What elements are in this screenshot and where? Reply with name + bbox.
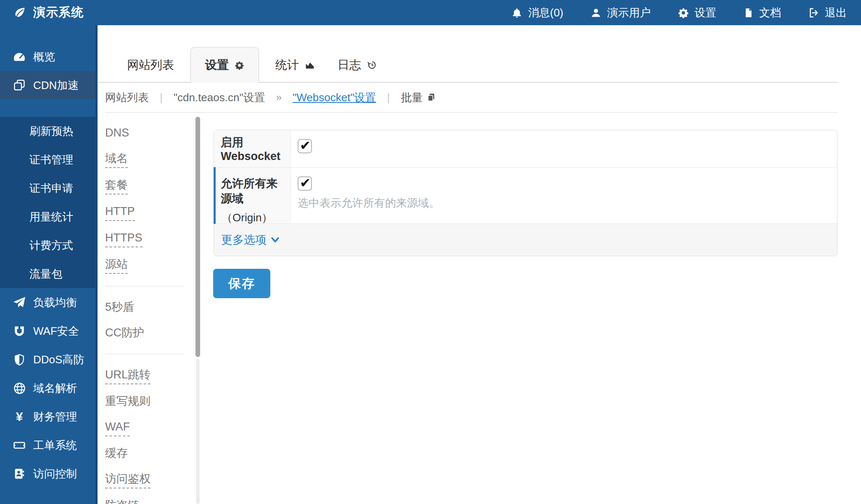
topbar-settings[interactable]: 设置 xyxy=(678,5,716,20)
form-label: 启用Websocket xyxy=(214,130,291,167)
sidebar-item-cdn[interactable]: CDN加速 xyxy=(0,71,98,100)
settings-menu-item-http[interactable]: HTTP xyxy=(105,205,135,221)
sidebar-item-label: 访问控制 xyxy=(33,467,77,481)
tab-label: 网站列表 xyxy=(127,57,174,73)
sidebar-item-label: 证书管理 xyxy=(29,152,73,167)
sidebar-item-label: 流量包 xyxy=(29,267,62,281)
sidebar-item-usage-stats[interactable]: 用量统计 xyxy=(0,202,98,231)
tab-settings[interactable]: 设置 xyxy=(190,47,259,83)
form-value xyxy=(291,130,837,167)
idcard-icon xyxy=(12,467,27,480)
sidebar-item-refresh-preheat[interactable]: 刷新预热 xyxy=(0,117,98,145)
save-button[interactable]: 保存 xyxy=(213,269,270,298)
breadcrumb: 网站列表 | "cdn.teaos.cn"设置 » "Websocket"设置 … xyxy=(105,83,837,113)
user-icon xyxy=(590,7,602,18)
settings-body: DNS 域名 套餐 HTTP HTTPS 源站 5秒盾 CC防护 URL跳转 重… xyxy=(98,113,861,504)
leaf-icon xyxy=(13,5,27,20)
brand-logo[interactable]: 演示系统 xyxy=(13,4,84,21)
sidebar-item-billing-mode[interactable]: 计费方式 xyxy=(0,231,98,260)
sidebar-item-label: 工单系统 xyxy=(33,438,77,453)
sidebar-item-label: 计费方式 xyxy=(29,238,73,253)
chevron-down-icon xyxy=(271,236,280,244)
sidebar-item-overview[interactable]: 概览 xyxy=(0,42,98,71)
settings-menu-item-origin[interactable]: 源站 xyxy=(105,257,128,274)
sidebar-item-tickets[interactable]: 工单系统 xyxy=(0,431,98,459)
sidebar-item-label: DDoS高防 xyxy=(33,352,84,367)
topbar-messages[interactable]: 消息(0) xyxy=(511,5,563,20)
form-hint-text: 选中表示允许所有的来源域。 xyxy=(298,196,829,210)
gauge-icon xyxy=(12,50,27,63)
form-label-text: 允许所有来源域 xyxy=(221,176,286,206)
topbar-user-label: 演示用户 xyxy=(607,5,651,20)
sidebar-item-label: 概览 xyxy=(33,50,55,64)
more-options-label: 更多选项 xyxy=(221,232,267,247)
clone-icon xyxy=(12,79,27,92)
topbar-menu: 消息(0) 演示用户 设置 文档 退出 xyxy=(511,5,847,20)
sidebar-item-waf[interactable]: WAF安全 xyxy=(0,317,98,345)
settings-menu-item-domain[interactable]: 域名 xyxy=(105,152,128,168)
form-row-allow-all-origins: 允许所有来源域 （Origin） 选中表示允许所有的来源域。 xyxy=(214,168,837,224)
settings-menu-item-https[interactable]: HTTPS xyxy=(105,231,143,247)
enable-websocket-checkbox[interactable] xyxy=(298,139,312,153)
topbar-logout-label: 退出 xyxy=(825,5,847,20)
settings-menu-group-advanced: URL跳转 重写规则 WAF 缓存 访问鉴权 防盗链 xyxy=(105,368,184,504)
shield-icon xyxy=(12,353,27,366)
scrollbar-thumb[interactable] xyxy=(195,117,200,357)
settings-menu-scrollbar[interactable] xyxy=(195,117,200,504)
tab-label: 统计 xyxy=(275,57,299,73)
sidebar-item-finance[interactable]: ¥ 财务管理 xyxy=(0,402,98,431)
topbar-user[interactable]: 演示用户 xyxy=(590,5,651,20)
breadcrumb-site-settings[interactable]: "cdn.teaos.cn"设置 xyxy=(174,90,265,105)
more-options-link[interactable]: 更多选项 xyxy=(221,232,280,247)
sidebar-item-cert-apply[interactable]: 证书申请 xyxy=(0,174,98,202)
settings-menu-group-basic: DNS 域名 套餐 HTTP HTTPS 源站 xyxy=(105,126,184,286)
sidebar-item-ddos[interactable]: DDoS高防 xyxy=(0,345,98,374)
settings-menu-item-cache[interactable]: 缓存 xyxy=(105,446,128,462)
allow-all-origins-checkbox[interactable] xyxy=(298,176,312,191)
topbar-logout[interactable]: 退出 xyxy=(808,5,847,20)
form-value: 选中表示允许所有的来源域。 xyxy=(291,168,837,223)
paper-plane-icon xyxy=(12,296,27,309)
form-label-text: 启用Websocket xyxy=(221,135,286,163)
tab-statistics[interactable]: 统计 xyxy=(264,47,326,83)
sidebar-item-dns-resolve[interactable]: 域名解析 xyxy=(0,374,98,402)
tab-label: 设置 xyxy=(205,57,229,73)
settings-menu-item-access-auth[interactable]: 访问鉴权 xyxy=(105,472,151,488)
tabbar: 网站列表 设置 统计 日志 xyxy=(98,25,861,83)
sidebar-item-cert-manage[interactable]: 证书管理 xyxy=(0,145,98,174)
main-content: 网站列表 设置 统计 日志 网站列表 | "cdn.teaos.cn"设置 » … xyxy=(98,25,861,504)
sidebar-cdn-submenu: 刷新预热 证书管理 证书申请 用量统计 计费方式 流量包 xyxy=(0,117,98,288)
topbar: 演示系统 消息(0) 演示用户 设置 文档 xyxy=(0,0,861,25)
tab-logs[interactable]: 日志 xyxy=(326,47,388,83)
settings-menu-item-hotlink-protect[interactable]: 防盗链 xyxy=(105,499,139,504)
tab-site-list[interactable]: 网站列表 xyxy=(116,47,185,83)
settings-menu-item-url-redirect[interactable]: URL跳转 xyxy=(105,368,151,384)
topbar-docs[interactable]: 文档 xyxy=(743,5,781,20)
topbar-settings-label: 设置 xyxy=(695,5,716,20)
file-icon xyxy=(743,7,754,18)
settings-menu-item-rewrite-rules[interactable]: 重写规则 xyxy=(105,394,151,410)
sidebar-item-load-balance[interactable]: 负载均衡 xyxy=(0,288,98,317)
settings-menu-item-cc-protect[interactable]: CC防护 xyxy=(105,326,144,341)
sidebar-item-access-control[interactable]: 访问控制 xyxy=(0,459,98,488)
settings-menu: DNS 域名 套餐 HTTP HTTPS 源站 5秒盾 CC防护 URL跳转 重… xyxy=(105,126,185,504)
copy-icon xyxy=(427,93,436,102)
breadcrumb-websocket-settings[interactable]: "Websocket"设置 xyxy=(293,90,376,105)
settings-menu-item-plan[interactable]: 套餐 xyxy=(105,178,128,194)
settings-menu-item-5s-shield[interactable]: 5秒盾 xyxy=(105,300,134,316)
magnet-icon xyxy=(12,325,27,337)
breadcrumb-batch[interactable]: 批量 xyxy=(401,90,436,105)
breadcrumb-site-list[interactable]: 网站列表 xyxy=(105,90,149,105)
sidebar-item-label: 刷新预热 xyxy=(29,124,73,139)
sidebar-item-label: 用量统计 xyxy=(29,210,73,224)
settings-menu-item-dns[interactable]: DNS xyxy=(105,126,129,142)
sidebar-item-label: CDN加速 xyxy=(33,78,79,93)
form-row-enable-websocket: 启用Websocket xyxy=(214,130,837,168)
settings-menu-item-waf[interactable]: WAF xyxy=(105,420,130,436)
bell-icon xyxy=(511,7,523,18)
panel-footer: 更多选项 xyxy=(214,224,837,256)
sidebar-item-traffic-package[interactable]: 流量包 xyxy=(0,260,98,288)
breadcrumb-separator: | xyxy=(387,91,390,104)
breadcrumb-arrow: » xyxy=(276,92,282,103)
form-label-subtext: （Origin） xyxy=(221,210,286,225)
